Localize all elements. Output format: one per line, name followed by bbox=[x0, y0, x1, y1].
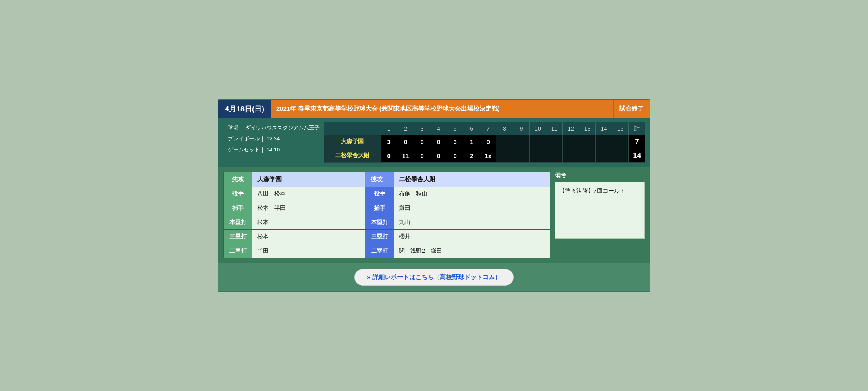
score-cell: 0 bbox=[430, 149, 447, 162]
score-section: ｜球場｜ ダイワハウススタジアム八王子 ｜プレイボール｜ 12:34 ｜ゲームセ… bbox=[218, 118, 650, 167]
score-cell: 7 bbox=[629, 135, 645, 149]
score-cell: 1x bbox=[480, 149, 496, 162]
status-text: 試合終了 bbox=[619, 105, 644, 113]
score-row: 大森学園30003107 bbox=[324, 135, 645, 149]
score-table: 123456789101112131415計 大森学園30003107二松學舎大… bbox=[324, 122, 645, 163]
away-value: 布施 秋山 bbox=[394, 187, 550, 201]
details-row: 本塁打松本本塁打丸山 bbox=[224, 215, 550, 229]
game-set-time: 14:10 bbox=[267, 147, 280, 153]
score-cell: 3 bbox=[381, 135, 397, 149]
score-cell bbox=[563, 149, 579, 162]
play-ball-time: 12:34 bbox=[267, 136, 280, 142]
remarks-section: 備考 【準々決勝】7回コールド bbox=[555, 172, 645, 258]
team-header bbox=[324, 122, 381, 135]
inning-header: 4 bbox=[430, 122, 447, 135]
row-label: 投手 bbox=[224, 187, 252, 201]
header-row: 4月18日(日) 2021年 春季東京都高等学校野球大会 (兼関東地区高等学校野… bbox=[218, 100, 650, 118]
score-cell bbox=[546, 135, 563, 149]
away-row-label: 本塁打 bbox=[365, 215, 394, 229]
away-team-label: 後攻 bbox=[365, 172, 394, 187]
remarks-content: 【準々決勝】7回コールド bbox=[559, 187, 625, 194]
score-cell bbox=[530, 135, 546, 149]
score-cell: 0 bbox=[430, 135, 447, 149]
details-table: 先攻大森学園後攻二松學舎大附投手八田 松本投手布施 秋山捕手松本 半田捕手鎌田本… bbox=[223, 172, 550, 258]
game-set-label: ｜ゲームセット｜ bbox=[223, 147, 265, 153]
footer-section: » 詳細レポートはこちら（高校野球ドットコム） bbox=[218, 263, 650, 291]
inning-header: 14 bbox=[596, 122, 612, 135]
score-table-wrapper: 123456789101112131415計 大森学園30003107二松學舎大… bbox=[324, 122, 645, 163]
score-cell: 3 bbox=[447, 135, 463, 149]
score-cell: 0 bbox=[414, 149, 430, 162]
row-label: 捕手 bbox=[224, 201, 252, 215]
home-team-name: 大森学園 bbox=[252, 172, 365, 187]
details-row: 捕手松本 半田捕手鎌田 bbox=[224, 201, 550, 215]
inning-header: 5 bbox=[447, 122, 463, 135]
home-value: 松本 bbox=[252, 215, 365, 229]
score-cell bbox=[596, 149, 612, 162]
score-cell bbox=[596, 135, 612, 149]
score-cell bbox=[579, 135, 596, 149]
play-ball-label: ｜プレイボール｜ bbox=[223, 136, 265, 142]
inning-header: 10 bbox=[530, 122, 546, 135]
score-cell bbox=[579, 149, 596, 162]
remarks-title: 備考 bbox=[555, 172, 645, 179]
inning-header: 2 bbox=[397, 122, 414, 135]
row-label: 三塁打 bbox=[224, 229, 252, 244]
details-row: 二塁打半田二塁打関 浅野2 鎌田 bbox=[224, 244, 550, 258]
tournament-text: 2021年 春季東京都高等学校野球大会 (兼関東地区高等学校野球大会出場校決定戦… bbox=[276, 105, 500, 113]
score-cell: 1 bbox=[463, 135, 480, 149]
away-row-label: 三塁打 bbox=[365, 229, 394, 244]
stadium-info: ｜球場｜ ダイワハウススタジアム八王子 bbox=[223, 122, 320, 133]
row-label: 二塁打 bbox=[224, 244, 252, 258]
score-cell: 14 bbox=[629, 149, 645, 162]
row-label: 本塁打 bbox=[224, 215, 252, 229]
details-section: 先攻大森学園後攻二松學舎大附投手八田 松本投手布施 秋山捕手松本 半田捕手鎌田本… bbox=[218, 167, 650, 263]
home-value: 八田 松本 bbox=[252, 187, 365, 201]
score-cell bbox=[496, 135, 513, 149]
detail-link[interactable]: » 詳細レポートはこちら（高校野球ドットコム） bbox=[354, 269, 514, 286]
away-row-label: 捕手 bbox=[365, 201, 394, 215]
score-cell: 0 bbox=[381, 149, 397, 162]
score-cell bbox=[563, 135, 579, 149]
away-row-label: 二塁打 bbox=[365, 244, 394, 258]
date-text: 4月18日(日) bbox=[225, 104, 264, 114]
away-value: 関 浅野2 鎌田 bbox=[394, 244, 550, 258]
detail-link-text: » 詳細レポートはこちら（高校野球ドットコム） bbox=[367, 273, 501, 280]
score-cell: 0 bbox=[480, 135, 496, 149]
inning-header: 11 bbox=[546, 122, 563, 135]
home-value: 半田 bbox=[252, 244, 365, 258]
home-value: 松本 半田 bbox=[252, 201, 365, 215]
inning-header: 6 bbox=[463, 122, 480, 135]
home-team-label: 先攻 bbox=[224, 172, 252, 187]
score-cell: 2 bbox=[463, 149, 480, 162]
game-status: 試合終了 bbox=[613, 100, 650, 118]
inning-header: 計 bbox=[629, 122, 645, 135]
inning-header: 1 bbox=[381, 122, 397, 135]
stadium-value: ダイワハウススタジアム八王子 bbox=[245, 124, 320, 131]
inning-header: 7 bbox=[480, 122, 496, 135]
away-row-label: 投手 bbox=[365, 187, 394, 201]
inning-header: 12 bbox=[563, 122, 579, 135]
inning-header: 3 bbox=[414, 122, 430, 135]
score-cell bbox=[612, 149, 629, 162]
main-container: 4月18日(日) 2021年 春季東京都高等学校野球大会 (兼関東地区高等学校野… bbox=[218, 99, 650, 292]
inning-header: 9 bbox=[513, 122, 530, 135]
score-cell bbox=[546, 149, 563, 162]
score-cell: 0 bbox=[414, 135, 430, 149]
details-row: 投手八田 松本投手布施 秋山 bbox=[224, 187, 550, 201]
score-cell bbox=[530, 149, 546, 162]
inning-header: 8 bbox=[496, 122, 513, 135]
game-info: ｜球場｜ ダイワハウススタジアム八王子 ｜プレイボール｜ 12:34 ｜ゲームセ… bbox=[223, 122, 320, 163]
score-row: 二松學舎大附01100021x14 bbox=[324, 149, 645, 162]
inning-header: 15 bbox=[612, 122, 629, 135]
away-team-name: 二松學舎大附 bbox=[394, 172, 550, 187]
home-value: 松本 bbox=[252, 229, 365, 244]
score-cell bbox=[612, 135, 629, 149]
away-value: 鎌田 bbox=[394, 201, 550, 215]
score-cell: 0 bbox=[397, 135, 414, 149]
remarks-box: 【準々決勝】7回コールド bbox=[555, 182, 645, 239]
score-cell bbox=[513, 149, 530, 162]
play-ball-info: ｜プレイボール｜ 12:34 bbox=[223, 133, 320, 144]
date-badge: 4月18日(日) bbox=[218, 100, 271, 118]
team-name-cell: 二松學舎大附 bbox=[324, 149, 381, 162]
